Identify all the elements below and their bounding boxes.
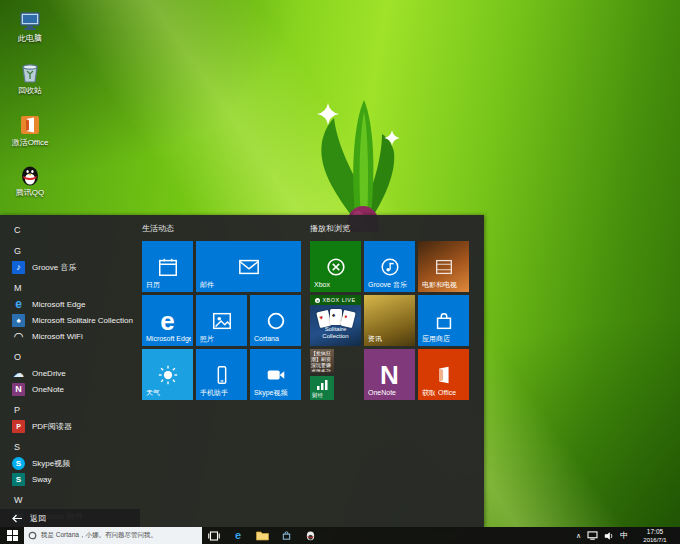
activate-office-icon bbox=[6, 112, 54, 138]
tile-group-title: 生活动态 bbox=[142, 223, 174, 234]
cortana-search-box[interactable]: 我是 Cortana，小娜。有问题尽管问我。 bbox=[24, 527, 202, 544]
taskbar-clock[interactable]: 17:05 2016/7/1 bbox=[634, 528, 676, 544]
folder-icon bbox=[256, 531, 269, 541]
tile-edge[interactable]: e Microsoft Edge bbox=[142, 295, 193, 346]
app-list-item-onenote[interactable]: NOneNote bbox=[0, 381, 140, 397]
app-list-item-pdf-reader[interactable]: PPDF阅读器 bbox=[0, 418, 140, 434]
tile-mail[interactable]: 邮件 bbox=[196, 241, 301, 292]
app-list-letter[interactable]: M bbox=[0, 281, 140, 296]
sway-icon: S bbox=[12, 473, 25, 486]
start-button[interactable] bbox=[0, 527, 24, 544]
pdf-reader-icon: P bbox=[12, 420, 25, 433]
windows-logo-icon bbox=[7, 530, 18, 541]
cortana-ring-icon bbox=[28, 531, 37, 540]
volume-icon[interactable] bbox=[604, 531, 614, 541]
app-list-item-solitaire[interactable]: ♠Microsoft Solitaire Collection bbox=[0, 312, 140, 328]
tile-photos[interactable]: 照片 bbox=[196, 295, 247, 346]
desktop-icon-label: 此电脑 bbox=[6, 34, 54, 43]
tile-skype-video[interactable]: Skype视频 bbox=[250, 349, 301, 400]
tile-onenote[interactable]: N OneNote bbox=[364, 349, 415, 400]
tile-money[interactable]: 财经 bbox=[310, 376, 334, 400]
desktop-icon-label: 回收站 bbox=[6, 86, 54, 95]
qq-penguin-icon bbox=[305, 530, 316, 541]
app-list-item-skype-video[interactable]: SSkype视频 bbox=[0, 455, 140, 471]
tile-news[interactable]: 资讯 bbox=[364, 295, 415, 346]
tile-solitaire[interactable]: xXBOX LIVE ♥ ♠ ♦ Microsoft Solitaire Col… bbox=[310, 295, 361, 346]
desktop-icon-this-pc[interactable]: 此电脑 bbox=[6, 8, 54, 43]
xbox-live-badge: xXBOX LIVE bbox=[310, 295, 361, 305]
system-tray: ∧ 中 17:05 2016/7/1 bbox=[576, 527, 680, 544]
taskbar-empty-area bbox=[322, 527, 576, 544]
network-icon[interactable] bbox=[587, 531, 598, 540]
skype-icon: S bbox=[12, 457, 25, 470]
app-list-item-onedrive[interactable]: ☁OneDrive bbox=[0, 365, 140, 381]
taskbar-file-explorer-button[interactable] bbox=[250, 527, 274, 544]
start-menu: C G ♪Groove 音乐 M eMicrosoft Edge ♠Micros… bbox=[0, 215, 484, 527]
app-list-letter[interactable]: C bbox=[0, 223, 140, 238]
taskbar-qq-button[interactable] bbox=[298, 527, 322, 544]
search-hint-text: 我是 Cortana，小娜。有问题尽管问我。 bbox=[41, 531, 157, 540]
tile-weather[interactable]: 天气 bbox=[142, 349, 193, 400]
groove-music-icon: ♪ bbox=[12, 261, 25, 274]
app-list-letter[interactable]: S bbox=[0, 440, 140, 455]
edge-icon: e bbox=[12, 298, 25, 311]
tile-live-ad[interactable]: 【抢疯狂潮】刷资深玩要赚桌最多款15% bbox=[310, 349, 334, 373]
start-app-list: C G ♪Groove 音乐 M eMicrosoft Edge ♠Micros… bbox=[0, 215, 140, 527]
app-list-item-sway[interactable]: SSway bbox=[0, 471, 140, 487]
tile-xbox[interactable]: Xbox bbox=[310, 241, 361, 292]
edge-icon: e bbox=[235, 530, 241, 541]
solitaire-icon: ♠ bbox=[12, 314, 25, 327]
app-list-letter[interactable]: W bbox=[0, 493, 140, 508]
desktop-icon-label: 激活Office bbox=[6, 138, 54, 147]
tile-calendar[interactable]: 日历 bbox=[142, 241, 193, 292]
qq-penguin-icon bbox=[6, 162, 54, 188]
taskbar: 我是 Cortana，小娜。有问题尽管问我。 e ∧ 中 17:05 2016/… bbox=[0, 527, 680, 544]
clock-date: 2016/7/1 bbox=[634, 536, 676, 544]
svg-text:♠: ♠ bbox=[332, 312, 336, 318]
wallpaper-sprout-art bbox=[288, 72, 438, 232]
desktop-icon-qq[interactable]: 腾讯QQ bbox=[6, 162, 54, 197]
tray-chevron-icon[interactable]: ∧ bbox=[576, 532, 581, 540]
this-pc-icon bbox=[6, 8, 54, 34]
shopping-bag-icon bbox=[281, 530, 292, 541]
tile-group-title: 播放和浏览 bbox=[310, 223, 350, 234]
onenote-icon: N bbox=[12, 383, 25, 396]
desktop-icon-recycle-bin[interactable]: 回收站 bbox=[6, 60, 54, 95]
taskbar-edge-button[interactable]: e bbox=[226, 527, 250, 544]
tile-groove-music[interactable]: Groove 音乐 bbox=[364, 241, 415, 292]
app-list-item-edge[interactable]: eMicrosoft Edge bbox=[0, 296, 140, 312]
app-list-item-groove[interactable]: ♪Groove 音乐 bbox=[0, 259, 140, 275]
app-list-letter[interactable]: O bbox=[0, 350, 140, 365]
app-list-letter[interactable]: P bbox=[0, 403, 140, 418]
live-tile-text: 【抢疯狂潮】刷资深玩要赚桌最多款15% bbox=[311, 350, 333, 372]
back-arrow-icon bbox=[12, 514, 23, 523]
taskbar-store-button[interactable] bbox=[274, 527, 298, 544]
tile-store[interactable]: 应用商店 bbox=[418, 295, 469, 346]
tile-phone-companion[interactable]: 手机助手 bbox=[196, 349, 247, 400]
xbox-ball-icon: x bbox=[315, 298, 320, 303]
task-view-button[interactable] bbox=[202, 527, 226, 544]
desktop-icon-activate-office[interactable]: 激活Office bbox=[6, 112, 54, 147]
app-list-item-wifi[interactable]: ◠Microsoft WiFi bbox=[0, 328, 140, 344]
wifi-icon: ◠ bbox=[12, 330, 25, 343]
desktop-icon-label: 腾讯QQ bbox=[6, 188, 54, 197]
start-back-button[interactable]: 返回 bbox=[0, 509, 140, 527]
recycle-bin-icon bbox=[6, 60, 54, 86]
onedrive-cloud-icon: ☁ bbox=[12, 367, 25, 380]
task-view-icon bbox=[208, 531, 220, 541]
tile-cortana[interactable]: Cortana bbox=[250, 295, 301, 346]
tile-movies-tv[interactable]: 电影和电视 bbox=[418, 241, 469, 292]
tile-get-office[interactable]: 获取 Office bbox=[418, 349, 469, 400]
clock-time: 17:05 bbox=[634, 528, 676, 536]
ime-indicator[interactable]: 中 bbox=[620, 530, 628, 541]
app-list-letter[interactable]: G bbox=[0, 244, 140, 259]
